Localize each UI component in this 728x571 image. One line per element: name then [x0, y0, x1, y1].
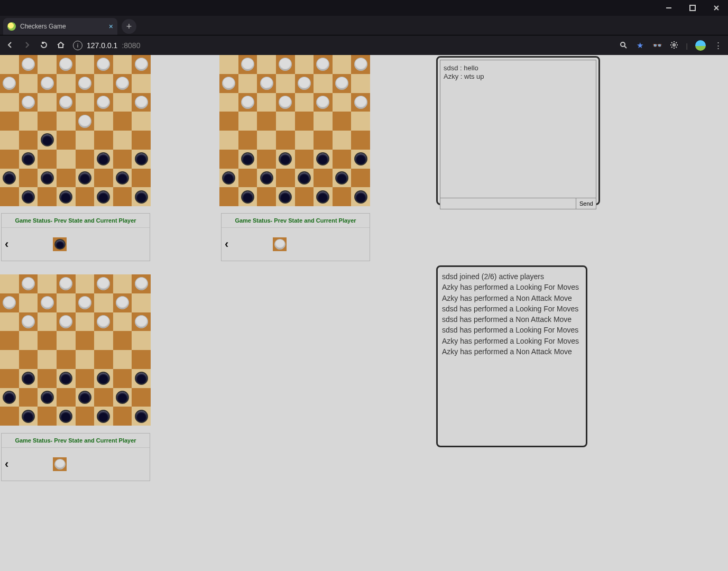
board-square[interactable] [219, 93, 238, 112]
board-square[interactable] [276, 55, 295, 74]
board-square[interactable] [113, 150, 132, 169]
board-square[interactable] [76, 112, 95, 131]
board-square[interactable] [314, 112, 333, 131]
checkers-board-3[interactable] [0, 274, 151, 426]
board-square[interactable] [38, 93, 57, 112]
board-square[interactable] [113, 350, 132, 369]
white-piece[interactable] [22, 277, 35, 290]
board-square[interactable] [295, 187, 314, 206]
board-square[interactable] [38, 331, 57, 350]
board-square[interactable] [314, 169, 333, 188]
board-square[interactable] [76, 169, 95, 188]
nav-home-icon[interactable] [56, 41, 66, 51]
white-piece[interactable] [97, 96, 110, 109]
board-square[interactable] [94, 312, 113, 331]
board-square[interactable] [0, 112, 19, 131]
board-square[interactable] [132, 131, 151, 150]
board-square[interactable] [57, 274, 76, 293]
black-piece[interactable] [3, 171, 16, 185]
board-square[interactable] [76, 407, 95, 426]
tab-close-icon[interactable]: × [109, 23, 113, 30]
board-square[interactable] [257, 150, 276, 169]
board-square[interactable] [132, 112, 151, 131]
board-square[interactable] [314, 55, 333, 74]
board-square[interactable] [132, 93, 151, 112]
chat-messages[interactable]: sdsd : helloAzky : wts up [440, 60, 596, 198]
board-square[interactable] [19, 187, 38, 206]
board-square[interactable] [257, 131, 276, 150]
board-square[interactable] [257, 112, 276, 131]
board-square[interactable] [113, 293, 132, 312]
board-square[interactable] [132, 312, 151, 331]
board-square[interactable] [113, 331, 132, 350]
board-square[interactable] [238, 187, 257, 206]
board-square[interactable] [38, 293, 57, 312]
address-bar[interactable]: i 127.0.0.1:8080 [73, 41, 140, 50]
board-square[interactable] [132, 74, 151, 93]
board-square[interactable] [38, 274, 57, 293]
board-square[interactable] [57, 331, 76, 350]
black-piece[interactable] [241, 152, 254, 165]
board-square[interactable] [351, 169, 370, 188]
board-square[interactable] [19, 312, 38, 331]
white-piece[interactable] [222, 77, 235, 90]
board-square[interactable] [94, 74, 113, 93]
board-square[interactable] [0, 407, 19, 426]
board-square[interactable] [333, 187, 352, 206]
board-square[interactable] [94, 293, 113, 312]
board-square[interactable] [333, 74, 352, 93]
board-square[interactable] [0, 150, 19, 169]
chat-input[interactable] [440, 198, 576, 209]
board-square[interactable] [351, 131, 370, 150]
checkers-board-1[interactable] [0, 55, 151, 206]
black-piece[interactable] [3, 391, 16, 404]
board-square[interactable] [76, 331, 95, 350]
board-square[interactable] [219, 169, 238, 188]
board-square[interactable] [219, 74, 238, 93]
board-square[interactable] [76, 312, 95, 331]
black-piece[interactable] [41, 171, 54, 185]
board-square[interactable] [238, 131, 257, 150]
black-piece[interactable] [59, 372, 72, 385]
board-square[interactable] [76, 187, 95, 206]
board-square[interactable] [19, 93, 38, 112]
white-piece[interactable] [241, 58, 254, 71]
board-square[interactable] [38, 150, 57, 169]
black-piece[interactable] [135, 372, 148, 385]
black-piece[interactable] [22, 410, 35, 423]
board-square[interactable] [0, 93, 19, 112]
board-square[interactable] [219, 187, 238, 206]
board-square[interactable] [38, 407, 57, 426]
board-square[interactable] [94, 331, 113, 350]
board-square[interactable] [94, 187, 113, 206]
board-square[interactable] [0, 169, 19, 188]
board-square[interactable] [113, 407, 132, 426]
white-piece[interactable] [335, 77, 348, 90]
board-square[interactable] [295, 150, 314, 169]
board-square[interactable] [132, 407, 151, 426]
bookmark-star-icon[interactable]: ★ [635, 41, 645, 50]
white-piece[interactable] [135, 96, 148, 109]
board-square[interactable] [94, 350, 113, 369]
window-close-button[interactable] [704, 0, 728, 16]
white-piece[interactable] [78, 77, 91, 90]
board-square[interactable] [257, 55, 276, 74]
black-piece[interactable] [116, 391, 129, 404]
white-piece[interactable] [97, 58, 110, 71]
white-piece[interactable] [260, 77, 273, 90]
black-piece[interactable] [316, 152, 329, 165]
board-square[interactable] [333, 131, 352, 150]
board-square[interactable] [333, 93, 352, 112]
board-square[interactable] [132, 169, 151, 188]
checkers-board-2[interactable] [219, 55, 370, 206]
board-square[interactable] [132, 187, 151, 206]
profile-avatar-icon[interactable] [695, 40, 706, 51]
board-square[interactable] [57, 187, 76, 206]
white-piece[interactable] [354, 58, 367, 71]
board-square[interactable] [0, 350, 19, 369]
board-square[interactable] [257, 169, 276, 188]
black-piece[interactable] [279, 190, 292, 204]
board-square[interactable] [351, 112, 370, 131]
status-prev-icon[interactable]: ‹ [5, 458, 8, 470]
board-square[interactable] [238, 150, 257, 169]
